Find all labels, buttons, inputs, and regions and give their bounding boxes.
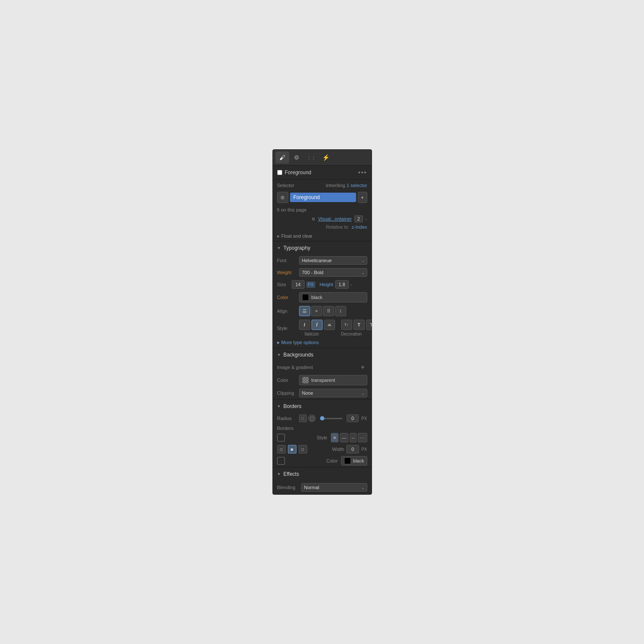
- panel-title: Foreground: [285, 169, 358, 175]
- border-right-button[interactable]: ◻: [299, 445, 307, 454]
- add-gradient-button[interactable]: +: [359, 363, 367, 372]
- image-gradient-row: Image & gradient +: [273, 361, 372, 373]
- vc-value[interactable]: 2: [354, 215, 363, 222]
- align-right-button[interactable]: ⠿: [323, 306, 334, 316]
- radius-square-btn[interactable]: □: [299, 414, 307, 422]
- float-clear-row[interactable]: ▶ Float and clear: [273, 231, 372, 241]
- radius-input[interactable]: [347, 414, 359, 422]
- blending-select[interactable]: Normal: [301, 483, 367, 492]
- settings-tab[interactable]: ⚙: [290, 151, 304, 163]
- radius-label: Radius: [277, 416, 296, 421]
- backgrounds-section-header[interactable]: ▼ Backgrounds: [273, 348, 372, 361]
- more-button[interactable]: •••: [358, 169, 367, 176]
- border-all-sides-button[interactable]: ◼: [288, 445, 296, 454]
- borders-title: Borders: [283, 403, 301, 409]
- align-center-button[interactable]: ≡: [311, 306, 322, 316]
- visual-container-row: ⚙ Visual...ontainer 2 -: [273, 214, 372, 224]
- radius-unit: PX: [361, 416, 367, 421]
- size-input[interactable]: [292, 280, 305, 289]
- weight-select[interactable]: 700 - Bold: [299, 268, 367, 277]
- lightning-tab[interactable]: ⚡: [319, 151, 333, 163]
- relative-row: Relative to z-Index: [273, 224, 372, 231]
- panel-header: Foreground •••: [273, 166, 372, 180]
- color-input-wrapper[interactable]: black: [299, 292, 367, 302]
- selector-icon-button[interactable]: ⊞: [277, 192, 288, 203]
- more-type-label: More type options: [281, 340, 319, 345]
- border-color-square[interactable]: [277, 457, 285, 465]
- border-style-none[interactable]: ✕: [331, 433, 339, 442]
- transparent-swatch: [302, 377, 309, 384]
- selector-pill[interactable]: Foreground: [290, 193, 356, 202]
- inheriting-text: Inheriting 1 selector: [326, 182, 367, 188]
- superscript-button[interactable]: T↑: [341, 320, 352, 330]
- bg-color-input-wrapper[interactable]: transparent: [299, 375, 367, 385]
- z-index-link[interactable]: z-Index: [351, 224, 367, 230]
- subscript-button[interactable]: T: [366, 320, 372, 330]
- align-left-button[interactable]: ☰: [299, 306, 310, 316]
- font-label: Font: [277, 258, 296, 263]
- align-justify-button[interactable]: ⁞: [335, 306, 346, 316]
- bg-color-row: Color transparent: [273, 373, 372, 387]
- clipping-select[interactable]: None: [299, 389, 367, 397]
- border-style-dotted[interactable]: ···: [358, 433, 367, 442]
- border-all-button[interactable]: [277, 434, 285, 441]
- more-type-row[interactable]: ▶ More type options: [273, 338, 372, 348]
- style-spacer: [336, 320, 340, 330]
- backgrounds-arrow: ▼: [277, 353, 281, 357]
- align-btn-group: ☰ ≡ ⠿ ⁞: [299, 306, 367, 316]
- clipping-select-wrapper: None: [299, 389, 367, 397]
- borders-arrow: ▼: [277, 404, 281, 408]
- border-style-solid[interactable]: —: [340, 433, 348, 442]
- font-select[interactable]: Helveticaneue: [299, 256, 367, 265]
- foreground-checkbox[interactable]: [277, 170, 282, 175]
- color-row: Color black: [273, 290, 372, 304]
- count-row: 6 on this page: [273, 206, 372, 214]
- properties-panel: 🖌 ⚙ ⋮⋮ ⚡ Foreground ••• Selector Inherit…: [272, 149, 372, 495]
- italic-active-button[interactable]: I: [311, 320, 323, 330]
- height-input[interactable]: [335, 280, 349, 289]
- drops-tab[interactable]: ⋮⋮: [305, 151, 318, 163]
- border-color-swatch: [344, 457, 351, 464]
- border-width-input[interactable]: [346, 445, 359, 454]
- height-dash: -: [351, 282, 352, 287]
- weight-label: Weight: [277, 270, 296, 275]
- more-type-arrow: ▶: [277, 341, 280, 345]
- text-normal-button[interactable]: T: [354, 320, 365, 330]
- italic-button[interactable]: I: [299, 320, 310, 330]
- radius-buttons: □ ◯: [299, 414, 316, 422]
- style-buttons-row: I I ✕ T↑ T T: [299, 320, 372, 330]
- typography-section-header[interactable]: ▼ Typography: [273, 241, 372, 254]
- radius-slider[interactable]: [320, 418, 343, 419]
- border-color-input[interactable]: black: [341, 456, 367, 466]
- borders-inner-label: Borders: [273, 424, 372, 432]
- weight-select-wrapper: 700 - Bold: [299, 268, 367, 277]
- border-width-label: Width: [332, 447, 344, 452]
- size-unit[interactable]: PX: [306, 281, 315, 288]
- backgrounds-title: Backgrounds: [283, 352, 313, 358]
- paint-tab[interactable]: 🖌: [275, 151, 289, 163]
- decoration-label: Decoration: [326, 332, 372, 336]
- vc-link[interactable]: Visual...ontainer: [318, 216, 352, 221]
- size-label: Size: [277, 282, 290, 287]
- inheriting-label: Inheriting: [326, 183, 345, 188]
- effects-section-header[interactable]: ▼ Effects: [273, 467, 372, 481]
- borders-section-header[interactable]: ▼ Borders: [273, 399, 372, 413]
- typography-title: Typography: [283, 245, 310, 251]
- italicize-label: Italicize: [299, 332, 325, 336]
- strikethrough-button[interactable]: ✕: [324, 320, 335, 330]
- border-style-dashed[interactable]: - -: [350, 433, 357, 442]
- clipping-row: Clipping None: [273, 387, 372, 399]
- border-left-button[interactable]: ◻: [277, 445, 286, 454]
- inheriting-count[interactable]: 1 selector: [347, 183, 367, 188]
- size-row: Size PX Height -: [273, 278, 372, 290]
- border-sides-row: ◻ ◼ ◻ Width PX: [273, 444, 372, 455]
- selector-dropdown-row: ⊞ Foreground ▾: [273, 191, 372, 206]
- selector-row: Selector Inheriting 1 selector: [273, 180, 372, 191]
- radius-slider-thumb: [320, 416, 324, 420]
- selector-chevron[interactable]: ▾: [358, 192, 367, 203]
- radius-circle-btn[interactable]: ◯: [308, 414, 316, 422]
- vc-dash: -: [366, 216, 367, 221]
- clipping-label: Clipping: [277, 390, 296, 396]
- border-all-row: Style ✕ — - - ···: [273, 432, 372, 444]
- weight-row: Weight 700 - Bold: [273, 266, 372, 278]
